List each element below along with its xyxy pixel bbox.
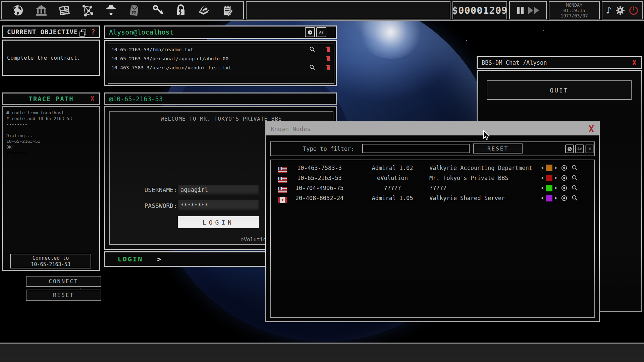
svg-text:$$: $$ <box>132 10 137 14</box>
filter-reset-button[interactable]: RESET <box>473 143 523 154</box>
bbs-login-button[interactable]: LOGIN <box>178 216 259 228</box>
files-title: Alyson@localhost <box>109 28 174 36</box>
journal-icon[interactable] <box>197 3 211 18</box>
newspaper-icon[interactable] <box>57 3 72 18</box>
time-controls <box>509 1 547 19</box>
color-next-icon[interactable] <box>555 176 557 180</box>
node-color-swatch[interactable] <box>546 195 552 201</box>
help-icon[interactable]: ? <box>91 28 95 36</box>
bank-icon[interactable] <box>34 3 49 18</box>
system-buttons: ♪ <box>602 1 643 19</box>
mail-icon[interactable]: $$ <box>127 3 142 18</box>
objective-body: Complete the contract. <box>2 40 100 76</box>
inspect-icon[interactable] <box>571 184 578 191</box>
watch-eye-icon[interactable] <box>560 194 568 202</box>
file-path: 10-463-7583-3/users/admin/vendor-list.tx… <box>108 65 334 70</box>
connected-label: Connected to <box>11 255 91 261</box>
trash-icon[interactable] <box>326 64 331 70</box>
node-color-swatch[interactable] <box>546 165 552 171</box>
node-title-bar: @10-65-2163-53 <box>104 93 337 105</box>
view-file-icon[interactable] <box>309 64 316 71</box>
inspect-icon[interactable] <box>571 174 578 181</box>
inspect-icon[interactable] <box>571 194 578 201</box>
watch-eye-icon[interactable] <box>560 184 568 192</box>
objective-text: Complete the contract. <box>3 55 80 61</box>
clock-display: MONDAY 01:19:15 1977/03/07 <box>549 1 600 19</box>
node-color-swatch[interactable] <box>546 185 552 191</box>
fast-forward-icon[interactable] <box>528 7 539 14</box>
color-next-icon[interactable] <box>555 166 557 170</box>
clock-date: 1977/03/07 <box>560 13 588 18</box>
money-display: $00001209 <box>452 1 507 19</box>
file-row[interactable]: 10-65-2163-53/personal/aquagirl/abufo-00 <box>108 54 334 63</box>
trash-icon[interactable] <box>326 55 331 61</box>
node-row[interactable]: 10-704-4996-75 ????? ????? <box>271 183 594 193</box>
color-next-icon[interactable] <box>555 196 557 200</box>
filter-input[interactable] <box>362 144 470 153</box>
globe-icon[interactable] <box>10 3 25 18</box>
node-number: 10-463-7583-3 <box>290 165 349 171</box>
network-icon[interactable] <box>80 3 95 18</box>
file-path: 10-65-2163-53/personal/aquagirl/abufo-00 <box>108 56 334 61</box>
color-prev-icon[interactable] <box>541 186 543 190</box>
canada-flag-icon <box>278 197 287 203</box>
color-prev-icon[interactable] <box>541 196 543 200</box>
inspect-icon[interactable] <box>571 164 578 171</box>
known-nodes-close-icon[interactable]: X <box>589 124 594 134</box>
node-number: 10-65-2163-53 <box>290 175 349 181</box>
node-list: 10-463-7583-3 Admiral 1.02 Valkyrie Acco… <box>270 160 595 318</box>
objective-title-bar: CURRENT OBJECTIVE ? <box>2 25 100 38</box>
known-nodes-title-bar[interactable]: Known Nodes X <box>266 122 599 135</box>
az-sort-button[interactable]: Az <box>316 27 326 37</box>
node-row[interactable]: 10-65-2163-53 eVolution Mr. Tokyo's Priv… <box>271 173 594 183</box>
hash-sort-button[interactable]: # <box>585 144 594 153</box>
power-icon[interactable] <box>629 5 639 15</box>
connected-address: 10-65-2163-53 <box>11 261 91 268</box>
spy-icon[interactable] <box>104 3 118 18</box>
key-icon[interactable] <box>150 3 165 18</box>
color-prev-icon[interactable] <box>541 166 543 170</box>
az-sort-label: Az <box>577 147 582 151</box>
popout-icon[interactable] <box>81 29 86 35</box>
trace-close-icon[interactable]: X <box>90 95 95 103</box>
us-flag-icon <box>278 177 287 183</box>
node-name: Valkyrie Accounting Department <box>429 165 543 171</box>
quit-button[interactable]: QUIT <box>487 80 632 100</box>
chat-close-icon[interactable]: X <box>632 58 637 67</box>
color-prev-icon[interactable] <box>541 176 543 180</box>
chat-title-bar[interactable]: BBS-DM Chat /Alyson X <box>477 56 642 69</box>
trace-connected-box: Connected to 10-65-2163-53 <box>10 254 91 268</box>
file-row[interactable]: 10-463-7583-3/users/admin/vendor-list.tx… <box>108 63 334 72</box>
node-client: Admiral 1.05 <box>366 195 419 201</box>
node-row[interactable]: 10-463-7583-3 Admiral 1.02 Valkyrie Acco… <box>271 163 594 173</box>
cracked-lock-icon[interactable] <box>173 3 188 18</box>
trace-body: # route from localhost # route add 10-65… <box>2 106 100 271</box>
trash-icon[interactable] <box>326 46 331 52</box>
files-body: 10-65-2163-53/tmp/readme.txt 10-65-2163-… <box>104 40 337 86</box>
password-label: PASSWORD: <box>130 202 177 209</box>
chevron-right-icon: > <box>157 255 161 263</box>
file-row[interactable]: 10-65-2163-53/tmp/readme.txt <box>108 45 334 54</box>
reset-button[interactable]: RESET <box>26 290 101 301</box>
az-sort-button[interactable]: Az <box>575 144 584 153</box>
clock-sort-button[interactable] <box>565 144 574 153</box>
pause-icon[interactable] <box>517 7 524 14</box>
hash-sort-label: # <box>589 147 591 151</box>
node-row[interactable]: 20-408-8052-24 Admiral 1.05 Valkyrie Sha… <box>271 193 594 203</box>
money-value: $00001209 <box>452 5 507 16</box>
gear-icon[interactable] <box>615 5 625 15</box>
trace-title: TRACE PATH <box>29 95 73 103</box>
view-file-icon[interactable] <box>309 46 316 53</box>
username-label: USERNAME: <box>130 186 177 193</box>
color-next-icon[interactable] <box>555 186 557 190</box>
connect-button[interactable]: CONNECT <box>26 276 101 287</box>
watch-eye-icon[interactable] <box>560 174 568 182</box>
password-field[interactable] <box>178 200 259 210</box>
music-icon[interactable]: ♪ <box>606 5 611 15</box>
filter-bar: Type to filter: RESET Az # <box>270 141 595 156</box>
node-color-swatch[interactable] <box>546 175 552 181</box>
clock-sort-button[interactable] <box>305 27 315 37</box>
username-field[interactable] <box>178 185 259 195</box>
notes-icon[interactable] <box>220 3 235 18</box>
watch-eye-icon[interactable] <box>560 164 568 172</box>
